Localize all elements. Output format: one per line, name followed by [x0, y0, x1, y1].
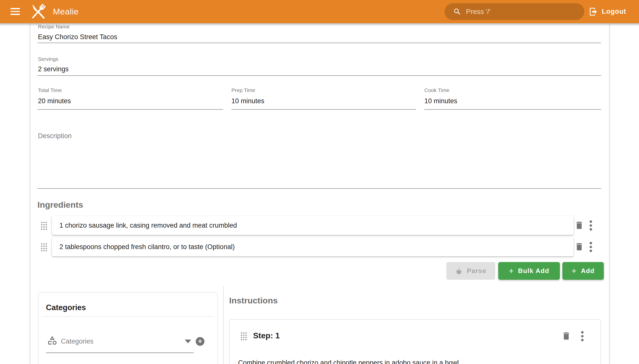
cook-time-label: Cook Time [424, 87, 449, 93]
app-title: Mealie [53, 0, 79, 23]
add-button[interactable]: Add [562, 262, 604, 280]
logout-label: Logout [602, 8, 626, 16]
app-bar: Mealie Press '/' Logout [0, 0, 639, 23]
ingredient-menu-icon[interactable] [590, 220, 592, 230]
servings-field[interactable]: 2 servings [38, 65, 69, 73]
servings-label: Servings [38, 56, 58, 62]
mealie-logo-icon [29, 2, 48, 22]
step-card [229, 319, 601, 364]
cook-time-field[interactable]: 10 minutes [424, 97, 457, 105]
prep-time-underline [231, 109, 416, 110]
plus-icon [572, 266, 577, 276]
total-time-label: Total Time [38, 87, 62, 93]
step-drag-handle[interactable] [240, 332, 247, 340]
prep-time-field[interactable]: 10 minutes [231, 97, 264, 105]
appbar-shadow [0, 23, 639, 26]
add-label: Add [581, 267, 594, 275]
servings-underline [38, 75, 601, 76]
ingredient-drag-handle[interactable] [41, 222, 47, 230]
ingredient-menu-icon[interactable] [590, 242, 592, 252]
categories-card: Categories [38, 292, 218, 364]
instructions-heading: Instructions [229, 296, 278, 306]
total-time-underline [38, 109, 223, 110]
cook-time-underline [424, 109, 601, 110]
search-icon [453, 8, 462, 16]
ingredient-input[interactable]: 1 chorizo sausage link, casing removed a… [52, 216, 574, 235]
delete-step-icon[interactable] [561, 331, 571, 341]
search-placeholder: Press '/' [466, 8, 491, 16]
bulk-add-button[interactable]: Bulk Add [498, 262, 560, 280]
shapes-icon [47, 335, 57, 346]
total-time-field[interactable]: 20 minutes [38, 97, 71, 105]
ingredients-heading: Ingredients [38, 200, 83, 210]
prep-time-label: Prep Time [231, 87, 255, 93]
chevron-down-icon[interactable] [185, 340, 191, 343]
ingredient-input[interactable]: 2 tablespoons chopped fresh cilantro, or… [52, 237, 574, 256]
recipe-name-underline [38, 43, 601, 43]
parse-label: Parse [467, 267, 486, 275]
bulk-add-label: Bulk Add [518, 267, 549, 275]
step-text[interactable]: Combine crumbled chorizo and chipotle pe… [238, 359, 461, 364]
description-underline [38, 188, 601, 189]
parse-button[interactable]: Parse [446, 262, 495, 280]
description-field[interactable]: Description [38, 132, 72, 140]
plus-icon [509, 266, 514, 276]
step-menu-icon[interactable] [581, 331, 584, 341]
step-title: Step: 1 [253, 331, 280, 340]
search-input[interactable]: Press '/' [445, 3, 584, 20]
categories-divider [43, 316, 214, 317]
logout-icon [589, 7, 598, 16]
categories-select-underline [46, 352, 194, 353]
add-category-button[interactable] [196, 337, 204, 346]
apple-icon [455, 267, 463, 275]
recipe-name-field[interactable]: Easy Chorizo Street Tacos [38, 33, 117, 41]
menu-icon[interactable] [11, 8, 20, 15]
ingredient-drag-handle[interactable] [41, 243, 47, 252]
delete-ingredient-icon[interactable] [574, 220, 584, 230]
column-divider [223, 286, 224, 364]
ingredient-text: 1 chorizo sausage link, casing removed a… [59, 222, 237, 229]
categories-title: Categories [46, 303, 86, 312]
logout-button[interactable]: Logout [589, 0, 626, 23]
delete-ingredient-icon[interactable] [574, 242, 584, 252]
ingredient-text: 2 tablespoons chopped fresh cilantro, or… [59, 243, 235, 251]
categories-select[interactable]: Categories [61, 338, 94, 345]
